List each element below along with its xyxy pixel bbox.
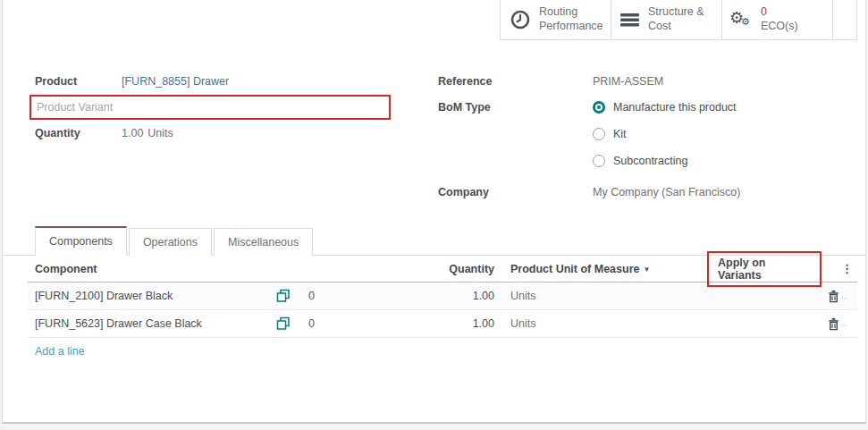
- smart-button-box: Routing Performance: [500, 0, 857, 40]
- bom-form-page: Routing Performance: [0, 0, 868, 430]
- routing-performance-button[interactable]: Routing Performance: [500, 0, 611, 39]
- delete-row-button[interactable]: ..: [822, 317, 847, 331]
- header-apply-on-variants: Apply on Variants: [707, 251, 822, 287]
- variant-count-badge: 0: [296, 290, 332, 302]
- structure-cost-label: Structure & Cost: [648, 5, 704, 33]
- trash-dots: ..: [841, 320, 847, 328]
- optional-columns-icon[interactable]: ⋮: [841, 262, 857, 275]
- clock-icon: [510, 9, 531, 30]
- company-value[interactable]: My Company (San Francisco): [593, 186, 740, 198]
- form-left-column: Product [FURN_8855] Drawer Product Varia…: [35, 69, 438, 224]
- tab-operations[interactable]: Operations: [129, 228, 212, 256]
- smart-button-bar: Routing Performance: [3, 0, 865, 40]
- table-row: [FURN_2100] Drawer Black 0 1.00 Units: [28, 282, 857, 310]
- quantity-value[interactable]: 1.00: [122, 127, 143, 139]
- bom-type-subcontracting-row: Subcontracting: [438, 148, 833, 174]
- delete-row-button[interactable]: ..: [822, 290, 847, 303]
- table-row: [FURN_5623] Drawer Case Black 0 1.00 Uni…: [28, 310, 857, 338]
- company-label: Company: [438, 186, 593, 198]
- table-header-row: Component Quantity Product Unit of Measu…: [28, 256, 857, 282]
- radio-subcontracting-label: Subcontracting: [613, 155, 687, 167]
- trash-dots: ..: [841, 292, 847, 300]
- row-quantity-cell[interactable]: 1.00: [332, 317, 501, 330]
- caret-down-icon: ▼: [643, 266, 650, 274]
- tab-components[interactable]: Components: [35, 226, 127, 256]
- eco-count: 0: [761, 5, 798, 20]
- quantity-uom: Units: [147, 127, 173, 139]
- header-component: Component: [28, 263, 271, 275]
- form-sheet: Routing Performance: [2, 0, 866, 424]
- reference-row: Reference PRIM-ASSEM: [438, 69, 833, 94]
- form-fields: Product [FURN_8855] Drawer Product Varia…: [3, 40, 865, 224]
- product-variant-row: Product Variant: [35, 94, 438, 121]
- quantity-row: Quantity 1.00 Units: [35, 121, 438, 146]
- copy-icon[interactable]: [276, 289, 291, 303]
- row-component-cell[interactable]: [FURN_5623] Drawer Case Black: [28, 317, 271, 330]
- add-a-line-link[interactable]: Add a line: [28, 338, 857, 365]
- components-table: Component Quantity Product Unit of Measu…: [28, 256, 857, 365]
- radio-subcontracting[interactable]: [593, 155, 605, 167]
- row-quantity-cell[interactable]: 1.00: [332, 290, 501, 302]
- row-uom-cell[interactable]: Units: [501, 317, 707, 330]
- product-variant-field[interactable]: Product Variant: [37, 101, 113, 114]
- product-variant-annotation-box: Product Variant: [29, 95, 391, 120]
- button-box-spacer: [832, 0, 856, 39]
- gears-icon: ⚙ ⚙: [731, 9, 753, 30]
- header-quantity: Quantity: [332, 263, 501, 275]
- company-row: Company My Company (San Francisco): [438, 180, 833, 205]
- variant-count-badge: 0: [296, 317, 332, 330]
- reference-value[interactable]: PRIM-ASSEM: [593, 75, 663, 88]
- product-value-link[interactable]: [FURN_8855] Drawer: [122, 75, 229, 88]
- radio-kit[interactable]: [593, 128, 605, 140]
- bom-type-label: BoM Type: [438, 101, 593, 114]
- radio-manufacture[interactable]: [593, 101, 605, 114]
- reference-label: Reference: [438, 75, 593, 88]
- header-uom[interactable]: Product Unit of Measure▼: [501, 263, 707, 275]
- eco-label: 0 ECO(s): [761, 5, 798, 33]
- bom-type-kit-row: Kit: [438, 121, 833, 148]
- quantity-label: Quantity: [35, 127, 122, 139]
- list-bars-icon: [620, 10, 640, 30]
- routing-performance-label: Routing Performance: [539, 5, 603, 33]
- bom-type-row: BoM Type Manufacture this product: [438, 94, 833, 121]
- radio-kit-label: Kit: [613, 128, 627, 140]
- product-label: Product: [35, 75, 122, 88]
- product-row: Product [FURN_8855] Drawer: [35, 69, 438, 94]
- copy-icon[interactable]: [276, 316, 291, 331]
- structure-cost-button[interactable]: Structure & Cost: [611, 0, 721, 39]
- tab-miscellaneous[interactable]: Miscellaneous: [214, 228, 313, 256]
- row-component-cell[interactable]: [FURN_2100] Drawer Black: [28, 290, 271, 302]
- eco-button[interactable]: ⚙ ⚙ 0 ECO(s): [721, 0, 832, 39]
- apply-on-variants-annotation-box: Apply on Variants: [707, 251, 822, 287]
- form-right-column: Reference PRIM-ASSEM BoM Type Manufactur…: [438, 69, 833, 224]
- row-uom-cell[interactable]: Units: [501, 290, 707, 302]
- radio-manufacture-label: Manufacture this product: [613, 101, 737, 114]
